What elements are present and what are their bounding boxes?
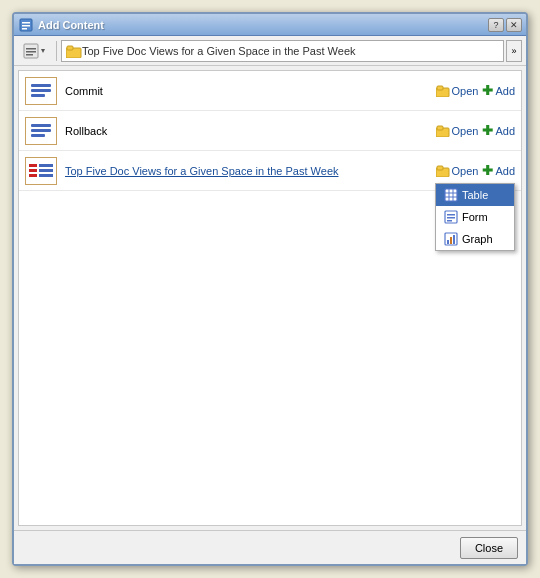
add-type-dropdown: Table Form [435, 183, 515, 251]
title-bar-buttons: ? ✕ [488, 18, 522, 32]
toolbar: Top Five Doc Views for a Given Space in … [14, 36, 526, 66]
item-actions-top5: Open ✚ Add [436, 163, 516, 178]
dropdown-item-table[interactable]: Table [436, 184, 514, 206]
svg-rect-1 [22, 22, 30, 24]
top5-icon-colored [29, 164, 53, 177]
add-content-dialog: Add Content ? ✕ Top Five Doc Views fo [12, 12, 528, 566]
close-title-button[interactable]: ✕ [506, 18, 522, 32]
list-item: Rollback Open ✚ Add [19, 111, 521, 151]
dropdown-item-label: Table [462, 189, 488, 201]
item-icon-rollback [25, 117, 57, 145]
rollback-icon-lines [31, 124, 51, 137]
svg-rect-29 [453, 235, 455, 244]
item-label-commit: Commit [65, 85, 436, 97]
item-label-rollback: Rollback [65, 125, 436, 137]
toolbar-separator [56, 41, 57, 61]
add-icon: ✚ [482, 83, 493, 98]
add-rollback-link[interactable]: ✚ Add [482, 123, 515, 138]
add-icon: ✚ [482, 123, 493, 138]
svg-rect-10 [67, 46, 73, 50]
table-icon [444, 188, 458, 202]
svg-rect-12 [437, 86, 443, 90]
open-rollback-link[interactable]: Open [436, 125, 479, 137]
item-actions-rollback: Open ✚ Add [436, 123, 516, 138]
toolbar-add-button[interactable] [18, 40, 52, 62]
close-button[interactable]: Close [460, 537, 518, 559]
breadcrumb-area: Top Five Doc Views for a Given Space in … [61, 40, 504, 62]
open-label: Open [452, 165, 479, 177]
item-label-top5[interactable]: Top Five Doc Views for a Given Space in … [65, 165, 436, 177]
breadcrumb-folder-icon [66, 44, 82, 58]
dropdown-item-label: Graph [462, 233, 493, 245]
svg-rect-7 [26, 54, 33, 56]
breadcrumb-text: Top Five Doc Views for a Given Space in … [82, 45, 356, 57]
svg-rect-16 [437, 166, 443, 170]
svg-rect-28 [450, 237, 452, 244]
open-folder-icon [436, 85, 450, 97]
svg-rect-2 [22, 25, 30, 27]
svg-rect-6 [26, 51, 36, 53]
add-top5-link[interactable]: ✚ Add [482, 163, 515, 178]
item-icon-commit [25, 77, 57, 105]
open-folder-icon [436, 125, 450, 137]
help-button[interactable]: ? [488, 18, 504, 32]
svg-rect-14 [437, 126, 443, 130]
svg-rect-3 [22, 28, 27, 30]
dropdown-item-label: Form [462, 211, 488, 223]
list-item: Commit Open ✚ Add [19, 71, 521, 111]
open-label: Open [452, 125, 479, 137]
add-label: Add [495, 165, 515, 177]
content-area: Commit Open ✚ Add [18, 70, 522, 526]
svg-rect-5 [26, 48, 36, 50]
item-actions-commit: Open ✚ Add [436, 83, 516, 98]
add-icon: ✚ [482, 163, 493, 178]
title-bar: Add Content ? ✕ [14, 14, 526, 36]
form-icon [444, 210, 458, 224]
svg-rect-23 [447, 214, 455, 216]
open-commit-link[interactable]: Open [436, 85, 479, 97]
svg-rect-24 [447, 217, 455, 219]
dropdown-item-form[interactable]: Form [436, 206, 514, 228]
dialog-title: Add Content [38, 19, 488, 31]
add-label: Add [495, 125, 515, 137]
svg-marker-8 [41, 49, 45, 53]
item-icon-top5 [25, 157, 57, 185]
dropdown-item-graph[interactable]: Graph [436, 228, 514, 250]
toolbar-more-button[interactable]: » [506, 40, 522, 62]
graph-icon [444, 232, 458, 246]
open-top5-link[interactable]: Open [436, 165, 479, 177]
footer: Close [14, 530, 526, 564]
svg-rect-17 [445, 189, 457, 201]
add-label: Add [495, 85, 515, 97]
add-commit-link[interactable]: ✚ Add [482, 83, 515, 98]
list-item: Top Five Doc Views for a Given Space in … [19, 151, 521, 191]
open-label: Open [452, 85, 479, 97]
dropdown-arrow-icon [39, 43, 47, 59]
svg-rect-25 [447, 220, 452, 222]
svg-rect-27 [447, 240, 449, 244]
toolbar-add-icon [23, 43, 39, 59]
commit-icon-lines [31, 84, 51, 97]
open-folder-icon [436, 165, 450, 177]
dialog-icon [18, 17, 34, 33]
